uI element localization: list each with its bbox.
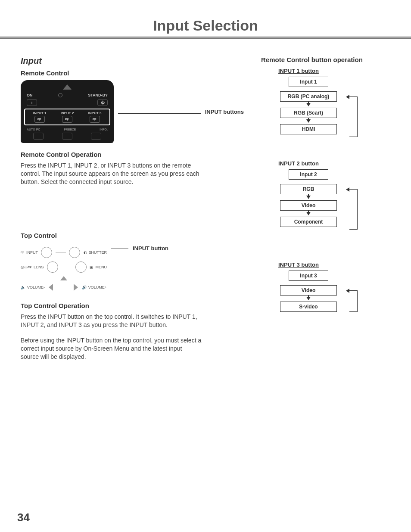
flow1: Input 1 RGB (PC analog) RGB (Scart) HDMI [265,77,352,134]
flow1-item: HDMI [280,124,337,134]
remote-freeze-button [62,133,72,140]
right-heading: Remote Control button operation [261,56,390,63]
remote-info-button [91,133,101,140]
flow2-title: INPUT 2 button [278,160,390,167]
remote-info-label: INFO. [100,128,108,131]
remote-ir-icon [63,84,72,90]
remote-input3-label: INPUT 3 [88,111,102,115]
tc-shutter-button [69,247,80,258]
remote-input-row: INPUT 1 ⮓ INPUT 2 ⮓ INPUT 3 ⮓ [24,109,110,125]
top-callout-label: INPUT button [133,245,168,252]
remote-standby-label: STAND-BY [88,93,108,97]
flow3-head: Input 3 [289,271,328,281]
arrow-left-icon [346,187,349,192]
remote-graphic: ON STAND-BY I ⏻ INPUT 1 ⮓ [21,80,114,143]
tc-shutter-label: SHUTTER [89,250,107,255]
section-heading: Input [21,56,244,66]
top-control-heading: Top Control [21,232,244,239]
flow3: Input 3 Video S-video [265,271,352,312]
remote-standby-button: ⏻ [97,99,108,106]
remote-input2: INPUT 2 ⮓ [61,111,74,123]
top-op-text1: Press the INPUT button on the top contro… [21,313,202,329]
remote-autopc-button [33,133,44,140]
arrow-down-icon [306,119,311,123]
remote-freeze-label: FREEZE [64,128,76,131]
tc-input-label: INPUT [26,250,38,255]
tc-menu-button [75,261,87,273]
remote-figure: ON STAND-BY I ⏻ INPUT 1 ⮓ [21,80,244,143]
callout-leader-line [111,249,128,249]
remote-input1: INPUT 1 ⮓ [33,111,47,123]
remote-input3: INPUT 3 ⮓ [88,111,102,123]
arrow-down-icon [306,103,311,106]
chevron-left-icon [49,284,53,291]
title-rule-thick [0,37,411,37]
flow2-item: RGB [280,184,337,194]
remote-led-icon [58,93,62,97]
top-op-heading: Top Control Operation [21,302,244,309]
arrow-left-icon [346,95,349,99]
remote-callout-label: INPUT buttons [205,109,244,115]
loop-line [349,96,358,137]
input-icon: ⮓ [90,116,100,123]
remote-heading: Remote Control [21,69,244,77]
arrow-down-icon [306,212,311,215]
tc-menu-label: MENU [95,265,107,269]
title-rule-thin [0,38,411,39]
remote-op-text: Press the INPUT 1, INPUT 2, or INPUT 3 b… [21,162,202,186]
flow3-item: Video [280,285,337,296]
arrow-left-icon [346,289,349,293]
top-control-graphic: ⮓INPUT ◐SHUTTER ◎▭⮓LENS ▣MENU [21,243,107,294]
page-title: Input Selection [21,17,390,34]
tc-volminus-label: VOLUME- [27,285,45,289]
loop-line [349,189,358,230]
input-icon: ⮓ [62,116,72,123]
flow3-title: INPUT 3 button [278,261,390,268]
remote-input2-label: INPUT 2 [61,111,74,115]
remote-autopc-label: AUTO PC [27,128,40,131]
flow1-title: INPUT 1 button [278,68,390,74]
top-op-text2: Before using the INPUT button on the top… [21,336,202,361]
remote-op-heading: Remote Control Operation [21,151,244,158]
arrow-down-icon [306,196,311,199]
flow2-head: Input 2 [289,169,328,180]
input-icon: ⮓ [34,116,45,123]
arrow-down-icon [306,297,311,300]
callout-leader-line [118,113,201,114]
tc-lens-button [47,261,58,273]
tc-volplus-label: VOLUME+ [88,285,107,289]
chevron-up-icon [60,276,67,280]
loop-line [349,290,358,312]
tc-connector-line [56,252,66,252]
top-control-figure: ⮓INPUT ◐SHUTTER ◎▭⮓LENS ▣MENU [21,243,244,294]
remote-on-label: ON [27,93,33,97]
footer-rule [0,506,411,506]
tc-lens-label: LENS [34,265,44,269]
page-number: 34 [17,511,30,524]
flow2: Input 2 RGB Video Component [265,169,352,227]
flow2-item: Video [280,200,337,211]
tc-input-button [41,247,52,258]
chevron-right-icon [74,284,78,291]
flow1-item: RGB (Scart) [280,108,337,118]
remote-input1-label: INPUT 1 [33,111,47,115]
flow1-item: RGB (PC analog) [280,91,337,102]
flow2-item: Component [280,217,337,227]
flow1-head: Input 1 [289,77,328,87]
flow3-item: S-video [280,302,337,312]
remote-on-button: I [27,99,37,106]
